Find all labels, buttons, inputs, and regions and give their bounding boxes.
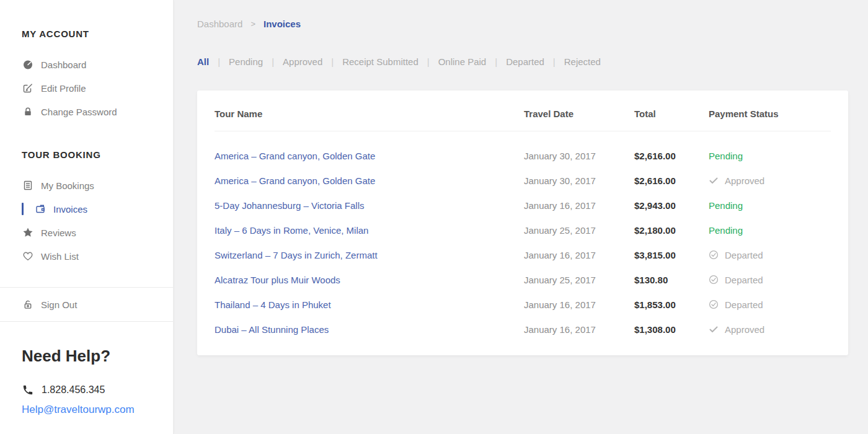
table-row: Italy – 6 Days in Rome, Venice, Milan Ja… bbox=[215, 218, 831, 242]
column-header-payment-status: Payment Status bbox=[709, 108, 831, 119]
active-indicator bbox=[22, 203, 24, 215]
sidebar-item-my-bookings[interactable]: My Bookings bbox=[0, 174, 173, 197]
table-row: Alcatraz Tour plus Muir Woods January 25… bbox=[215, 267, 831, 292]
total-amount: $2,616.00 bbox=[634, 175, 709, 186]
tour-name-link[interactable]: Dubai – All Stunning Places bbox=[215, 324, 524, 335]
tab-online-paid[interactable]: Online Paid bbox=[438, 56, 487, 67]
sign-out-button[interactable]: Sign Out bbox=[0, 293, 173, 316]
total-amount: $1,853.00 bbox=[634, 299, 709, 310]
table-body: America – Grand canyon, Golden Gate Janu… bbox=[215, 143, 831, 342]
tour-name-link[interactable]: Alcatraz Tour plus Muir Woods bbox=[215, 275, 524, 285]
circle-check-icon bbox=[709, 250, 719, 260]
tour-name-link[interactable]: 5-Day Johannesburg – Victoria Falls bbox=[215, 200, 524, 211]
status-label: Pending bbox=[709, 225, 743, 236]
tab-separator: | bbox=[272, 56, 274, 67]
tab-separator: | bbox=[427, 56, 430, 67]
sidebar-item-wish-list[interactable]: Wish List bbox=[0, 244, 173, 268]
tab-departed[interactable]: Departed bbox=[506, 56, 544, 67]
wallet-icon bbox=[35, 203, 46, 215]
table-row: Switzerland – 7 Days in Zurich, Zermatt … bbox=[215, 242, 831, 267]
check-icon bbox=[709, 175, 719, 185]
sign-out-section: Sign Out bbox=[0, 287, 173, 322]
tour-name-link[interactable]: Italy – 6 Days in Rome, Venice, Milan bbox=[215, 225, 524, 236]
payment-status: Pending bbox=[709, 200, 831, 211]
table-row: Thailand – 4 Days in Phuket January 16, … bbox=[215, 292, 831, 317]
dashboard-icon bbox=[22, 59, 33, 70]
sidebar-item-label: Reviews bbox=[41, 228, 76, 238]
payment-status: Pending bbox=[709, 151, 831, 161]
table-row: America – Grand canyon, Golden Gate Janu… bbox=[215, 143, 831, 168]
table-row: America – Grand canyon, Golden Gate Janu… bbox=[215, 168, 831, 193]
check-icon bbox=[709, 324, 719, 334]
tab-all[interactable]: All bbox=[197, 56, 209, 67]
circle-check-icon bbox=[709, 275, 719, 285]
tour-name-link[interactable]: Thailand – 4 Days in Phuket bbox=[215, 299, 524, 310]
travel-date: January 30, 2017 bbox=[524, 175, 634, 186]
circle-check-icon bbox=[709, 299, 719, 309]
tab-rejected[interactable]: Rejected bbox=[564, 56, 601, 67]
tab-separator: | bbox=[331, 56, 334, 67]
breadcrumb-invoices: Invoices bbox=[264, 19, 301, 29]
travel-date: January 16, 2017 bbox=[524, 250, 634, 260]
travel-date: January 25, 2017 bbox=[524, 225, 634, 236]
tab-separator: | bbox=[218, 56, 220, 67]
phone-icon bbox=[22, 384, 33, 396]
sidebar-item-label: Wish List bbox=[41, 251, 79, 262]
status-label: Departed bbox=[725, 275, 763, 285]
payment-status: Approved bbox=[709, 324, 831, 335]
payment-status: Departed bbox=[709, 250, 831, 260]
payment-status: Pending bbox=[709, 225, 831, 236]
total-amount: $3,815.00 bbox=[634, 250, 709, 260]
lock-icon bbox=[22, 106, 33, 117]
total-amount: $130.80 bbox=[634, 275, 709, 285]
tour-name-link[interactable]: America – Grand canyon, Golden Gate bbox=[215, 175, 524, 186]
status-label: Pending bbox=[709, 151, 743, 161]
tab-receipt-submitted[interactable]: Receipt Submitted bbox=[342, 56, 418, 67]
bookings-icon bbox=[22, 180, 33, 191]
tour-name-link[interactable]: America – Grand canyon, Golden Gate bbox=[215, 151, 524, 161]
sidebar-item-label: Change Password bbox=[41, 107, 117, 117]
sidebar-item-edit-profile[interactable]: Edit Profile bbox=[0, 76, 173, 100]
sidebar-item-reviews[interactable]: Reviews bbox=[0, 221, 173, 244]
status-label: Approved bbox=[725, 175, 764, 186]
total-amount: $2,616.00 bbox=[634, 151, 709, 161]
tour-name-link[interactable]: Switzerland – 7 Days in Zurich, Zermatt bbox=[215, 250, 524, 260]
sidebar: MY ACCOUNT Dashboard Edit Profile Change… bbox=[0, 0, 174, 434]
star-icon bbox=[22, 227, 33, 238]
column-header-tour-name: Tour Name bbox=[215, 108, 524, 119]
edit-icon bbox=[22, 82, 33, 94]
breadcrumb-dashboard[interactable]: Dashboard bbox=[197, 19, 242, 29]
total-amount: $2,943.00 bbox=[634, 200, 709, 211]
travel-date: January 16, 2017 bbox=[524, 324, 634, 335]
payment-status: Approved bbox=[709, 175, 831, 186]
tab-approved[interactable]: Approved bbox=[283, 56, 322, 67]
header-divider bbox=[215, 131, 831, 131]
invoice-filter-tabs: All | Pending | Approved | Receipt Submi… bbox=[197, 56, 868, 67]
status-label: Approved bbox=[725, 324, 764, 335]
my-account-nav: Dashboard Edit Profile Change Password bbox=[0, 53, 173, 123]
unlock-icon bbox=[22, 299, 33, 310]
help-email-link[interactable]: Help@traveltourwp.com bbox=[22, 404, 135, 416]
tab-pending[interactable]: Pending bbox=[229, 56, 263, 67]
sidebar-item-label: Dashboard bbox=[41, 60, 86, 70]
sidebar-item-label: Invoices bbox=[53, 204, 87, 215]
payment-status: Departed bbox=[709, 299, 831, 310]
need-help-heading: Need Help? bbox=[22, 347, 173, 366]
status-label: Departed bbox=[725, 250, 763, 260]
table-header: Tour Name Travel Date Total Payment Stat… bbox=[215, 104, 831, 123]
sidebar-item-change-password[interactable]: Change Password bbox=[0, 100, 173, 123]
tab-separator: | bbox=[553, 56, 556, 67]
sidebar-item-dashboard[interactable]: Dashboard bbox=[0, 53, 173, 76]
sidebar-item-invoices[interactable]: Invoices bbox=[0, 197, 173, 221]
total-amount: $2,180.00 bbox=[634, 225, 709, 236]
tour-booking-nav: My Bookings Invoices Reviews Wish List bbox=[0, 174, 173, 268]
main-content: Dashboard > Invoices All | Pending | App… bbox=[174, 0, 868, 434]
status-label: Departed bbox=[725, 299, 763, 310]
sidebar-heading-tour-booking: TOUR BOOKING bbox=[22, 149, 173, 160]
travel-date: January 30, 2017 bbox=[524, 151, 634, 161]
column-header-total: Total bbox=[634, 108, 709, 119]
status-label: Pending bbox=[709, 200, 743, 211]
invoices-card: Tour Name Travel Date Total Payment Stat… bbox=[197, 91, 848, 355]
total-amount: $1,308.00 bbox=[634, 324, 709, 335]
tab-separator: | bbox=[495, 56, 497, 67]
